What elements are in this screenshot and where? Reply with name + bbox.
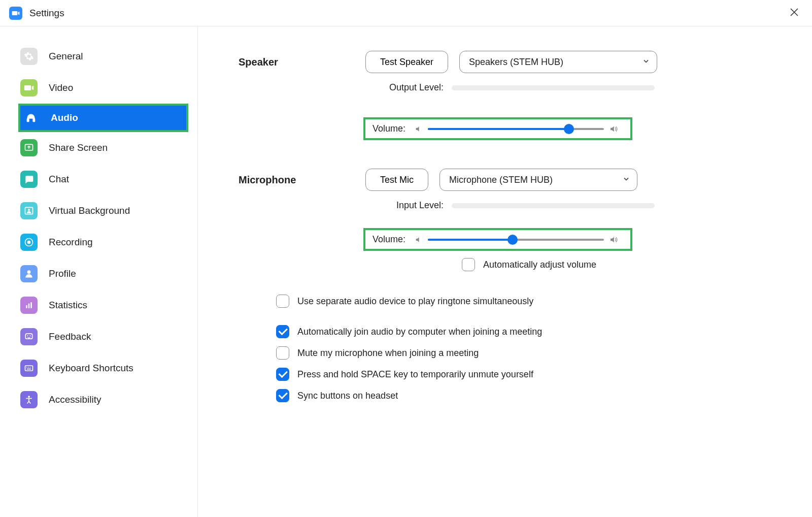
sidebar-item-feedback[interactable]: Feedback [0, 321, 197, 352]
auto-adjust-volume-label: Automatically adjust volume [483, 260, 596, 270]
sidebar-item-label: Feedback [49, 331, 91, 342]
svg-point-15 [26, 367, 27, 368]
sidebar-item-statistics[interactable]: Statistics [0, 289, 197, 321]
microphone-device-select[interactable]: Microphone (STEM HUB) [439, 169, 637, 191]
speaker-device-value: Speakers (STEM HUB) [469, 57, 563, 68]
speaker-volume-slider[interactable] [428, 124, 604, 134]
option-label: Sync buttons on headset [297, 391, 398, 401]
mute-on-join-checkbox[interactable] [276, 346, 289, 360]
window-title: Settings [29, 8, 64, 19]
sidebar-item-label: Accessibility [49, 394, 101, 405]
speaker-high-icon [609, 235, 618, 244]
chat-icon [20, 171, 38, 188]
microphone-section-label: Microphone [239, 174, 365, 186]
close-button[interactable] [786, 5, 803, 22]
speaker-device-select[interactable]: Speakers (STEM HUB) [459, 51, 657, 73]
microphone-volume-label: Volume: [373, 234, 405, 245]
statistics-icon [20, 297, 38, 314]
svg-rect-14 [25, 366, 33, 371]
sidebar-item-virtual-background[interactable]: Virtual Background [0, 195, 197, 227]
svg-rect-18 [27, 369, 31, 370]
sidebar-item-general[interactable]: General [0, 41, 197, 72]
option-label: Mute my microphone when joining a meetin… [297, 348, 479, 359]
sidebar-item-label: Video [49, 82, 73, 93]
speaker-volume-label: Volume: [373, 123, 405, 134]
output-level-label: Output Level: [365, 82, 452, 93]
sidebar-item-label: Recording [49, 237, 93, 248]
audio-settings-panel: Speaker Test Speaker Speakers (STEM HUB)… [198, 26, 812, 517]
svg-point-16 [28, 367, 29, 368]
option-label: Use separate audio device to play ringto… [297, 296, 533, 307]
auto-join-audio-checkbox[interactable] [276, 325, 289, 338]
accessibility-icon [20, 391, 38, 408]
svg-rect-10 [30, 302, 32, 308]
video-icon [20, 79, 38, 96]
svg-rect-8 [26, 305, 27, 308]
speaker-high-icon [609, 124, 618, 134]
sidebar-item-keyboard-shortcuts[interactable]: Keyboard Shortcuts [0, 352, 197, 384]
svg-point-7 [27, 270, 31, 274]
settings-sidebar: General Video Audio Share Screen Chat [0, 26, 198, 517]
sidebar-item-profile[interactable]: Profile [0, 258, 197, 289]
svg-point-6 [27, 241, 31, 244]
share-screen-icon [20, 139, 38, 156]
sidebar-item-label: Audio [51, 112, 78, 123]
microphone-volume-slider[interactable] [428, 235, 604, 245]
svg-point-4 [28, 209, 30, 211]
svg-rect-1 [33, 119, 35, 122]
close-icon [790, 8, 799, 17]
option-label: Automatically join audio by computer whe… [297, 327, 542, 337]
svg-rect-0 [27, 119, 29, 122]
virtual-background-icon [20, 202, 38, 219]
speaker-volume-row: Volume: [363, 117, 632, 140]
svg-point-13 [30, 335, 31, 336]
input-level-meter [452, 203, 655, 208]
microphone-volume-row: Volume: [363, 228, 632, 251]
chevron-down-icon [642, 57, 650, 68]
sidebar-item-accessibility[interactable]: Accessibility [0, 384, 197, 415]
svg-point-19 [28, 396, 30, 398]
svg-point-12 [27, 335, 28, 336]
option-label: Press and hold SPACE key to temporarily … [297, 369, 533, 380]
separate-ringtone-device-checkbox[interactable] [276, 295, 289, 308]
gear-icon [20, 48, 38, 65]
sidebar-item-video[interactable]: Video [0, 72, 197, 104]
feedback-icon [20, 328, 38, 345]
sidebar-item-label: Profile [49, 268, 76, 279]
speaker-low-icon [415, 125, 423, 133]
input-level-label: Input Level: [365, 200, 452, 211]
sync-headset-checkbox[interactable] [276, 389, 289, 402]
space-unmute-checkbox[interactable] [276, 368, 289, 381]
speaker-low-icon [415, 236, 423, 244]
headphones-icon [22, 109, 40, 126]
test-mic-button[interactable]: Test Mic [365, 169, 428, 191]
sidebar-item-label: Virtual Background [49, 205, 130, 216]
microphone-device-value: Microphone (STEM HUB) [449, 175, 553, 185]
output-level-meter [452, 85, 655, 90]
sidebar-item-label: Chat [49, 174, 69, 185]
svg-rect-9 [28, 304, 30, 308]
speaker-section-label: Speaker [239, 56, 365, 68]
sidebar-item-recording[interactable]: Recording [0, 227, 197, 258]
sidebar-item-label: Keyboard Shortcuts [49, 363, 133, 374]
sidebar-item-audio[interactable]: Audio [18, 104, 188, 132]
chevron-down-icon [623, 175, 630, 185]
sidebar-item-label: General [49, 51, 83, 62]
sidebar-item-label: Statistics [49, 300, 87, 311]
sidebar-item-label: Share Screen [49, 142, 108, 153]
zoom-app-icon [9, 7, 22, 20]
svg-point-17 [30, 367, 31, 368]
sidebar-item-chat[interactable]: Chat [0, 164, 197, 195]
keyboard-icon [20, 360, 38, 377]
auto-adjust-volume-checkbox[interactable] [462, 258, 475, 271]
sidebar-item-share-screen[interactable]: Share Screen [0, 132, 197, 164]
test-speaker-button[interactable]: Test Speaker [365, 51, 448, 73]
recording-icon [20, 234, 38, 251]
titlebar: Settings [0, 0, 812, 26]
profile-icon [20, 265, 38, 282]
